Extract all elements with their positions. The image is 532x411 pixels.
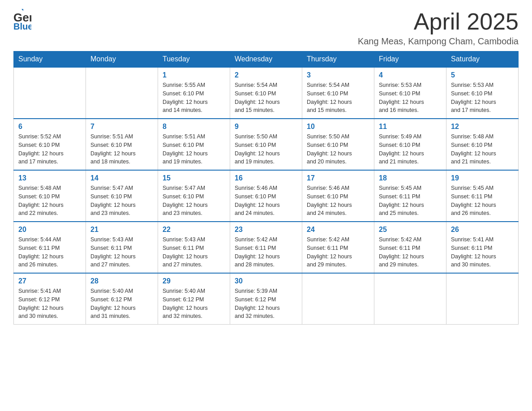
table-row: 23Sunrise: 5:42 AM Sunset: 6:11 PM Dayli… [230, 222, 302, 273]
month-year-title: April 2025 [358, 9, 519, 34]
day-info: Sunrise: 5:44 AM Sunset: 6:11 PM Dayligh… [18, 235, 81, 269]
day-info: Sunrise: 5:54 AM Sunset: 6:10 PM Dayligh… [235, 81, 297, 115]
day-number: 24 [307, 226, 369, 234]
day-number: 30 [235, 277, 297, 285]
table-row: 26Sunrise: 5:41 AM Sunset: 6:11 PM Dayli… [446, 222, 519, 273]
table-row: 28Sunrise: 5:40 AM Sunset: 6:12 PM Dayli… [86, 273, 158, 325]
day-info: Sunrise: 5:53 AM Sunset: 6:10 PM Dayligh… [379, 81, 442, 115]
table-row: 4Sunrise: 5:53 AM Sunset: 6:10 PM Daylig… [374, 67, 446, 119]
table-row: 29Sunrise: 5:40 AM Sunset: 6:12 PM Dayli… [158, 273, 230, 325]
day-info: Sunrise: 5:43 AM Sunset: 6:11 PM Dayligh… [163, 235, 225, 269]
table-row: 20Sunrise: 5:44 AM Sunset: 6:11 PM Dayli… [14, 222, 86, 273]
calendar-table: Sunday Monday Tuesday Wednesday Thursday… [13, 51, 519, 325]
day-number: 7 [90, 123, 153, 131]
calendar-week-4: 20Sunrise: 5:44 AM Sunset: 6:11 PM Dayli… [14, 222, 519, 273]
table-row: 5Sunrise: 5:53 AM Sunset: 6:10 PM Daylig… [446, 67, 519, 119]
table-row: 9Sunrise: 5:50 AM Sunset: 6:10 PM Daylig… [230, 119, 302, 170]
day-number: 5 [451, 71, 514, 79]
day-number: 4 [379, 71, 442, 79]
svg-text:Blue: Blue [13, 21, 31, 30]
day-number: 28 [90, 277, 153, 285]
day-info: Sunrise: 5:42 AM Sunset: 6:11 PM Dayligh… [307, 235, 369, 269]
calendar-week-3: 13Sunrise: 5:48 AM Sunset: 6:10 PM Dayli… [14, 170, 519, 222]
day-info: Sunrise: 5:51 AM Sunset: 6:10 PM Dayligh… [163, 133, 225, 166]
table-row: 19Sunrise: 5:45 AM Sunset: 6:11 PM Dayli… [446, 170, 519, 222]
table-row: 17Sunrise: 5:46 AM Sunset: 6:10 PM Dayli… [302, 170, 374, 222]
day-number: 15 [163, 174, 225, 182]
day-info: Sunrise: 5:53 AM Sunset: 6:10 PM Dayligh… [451, 81, 514, 115]
day-number: 27 [18, 277, 81, 285]
table-row [446, 273, 519, 325]
table-row: 21Sunrise: 5:43 AM Sunset: 6:11 PM Dayli… [86, 222, 158, 273]
table-row [86, 67, 158, 119]
day-info: Sunrise: 5:40 AM Sunset: 6:12 PM Dayligh… [163, 287, 225, 321]
day-info: Sunrise: 5:46 AM Sunset: 6:10 PM Dayligh… [307, 184, 369, 218]
table-row [14, 67, 86, 119]
col-monday: Monday [86, 51, 158, 68]
col-thursday: Thursday [302, 51, 374, 68]
title-block: April 2025 Kang Meas, Kampong Cham, Camb… [358, 9, 519, 47]
day-info: Sunrise: 5:41 AM Sunset: 6:12 PM Dayligh… [18, 287, 81, 321]
day-info: Sunrise: 5:45 AM Sunset: 6:11 PM Dayligh… [379, 184, 442, 218]
day-info: Sunrise: 5:50 AM Sunset: 6:10 PM Dayligh… [307, 133, 369, 166]
table-row: 15Sunrise: 5:47 AM Sunset: 6:10 PM Dayli… [158, 170, 230, 222]
col-wednesday: Wednesday [230, 51, 302, 68]
calendar-week-2: 6Sunrise: 5:52 AM Sunset: 6:10 PM Daylig… [14, 119, 519, 170]
table-row: 27Sunrise: 5:41 AM Sunset: 6:12 PM Dayli… [14, 273, 86, 325]
day-info: Sunrise: 5:49 AM Sunset: 6:10 PM Dayligh… [379, 133, 442, 166]
day-number: 25 [379, 226, 442, 234]
day-info: Sunrise: 5:39 AM Sunset: 6:12 PM Dayligh… [235, 287, 297, 321]
day-info: Sunrise: 5:48 AM Sunset: 6:10 PM Dayligh… [451, 133, 514, 166]
day-info: Sunrise: 5:48 AM Sunset: 6:10 PM Dayligh… [18, 184, 81, 218]
day-info: Sunrise: 5:54 AM Sunset: 6:10 PM Dayligh… [307, 81, 369, 115]
day-number: 26 [451, 226, 514, 234]
table-row: 16Sunrise: 5:46 AM Sunset: 6:10 PM Dayli… [230, 170, 302, 222]
calendar-header-row: Sunday Monday Tuesday Wednesday Thursday… [14, 51, 519, 68]
day-info: Sunrise: 5:46 AM Sunset: 6:10 PM Dayligh… [235, 184, 297, 218]
day-info: Sunrise: 5:47 AM Sunset: 6:10 PM Dayligh… [163, 184, 225, 218]
day-number: 19 [451, 174, 514, 182]
table-row: 7Sunrise: 5:51 AM Sunset: 6:10 PM Daylig… [86, 119, 158, 170]
day-number: 20 [18, 226, 81, 234]
table-row: 1Sunrise: 5:55 AM Sunset: 6:10 PM Daylig… [158, 67, 230, 119]
day-number: 11 [379, 123, 442, 131]
day-number: 22 [163, 226, 225, 234]
day-number: 21 [90, 226, 153, 234]
table-row: 12Sunrise: 5:48 AM Sunset: 6:10 PM Dayli… [446, 119, 519, 170]
day-number: 9 [235, 123, 297, 131]
table-row: 24Sunrise: 5:42 AM Sunset: 6:11 PM Dayli… [302, 222, 374, 273]
day-info: Sunrise: 5:55 AM Sunset: 6:10 PM Dayligh… [163, 81, 225, 115]
day-number: 13 [18, 174, 81, 182]
table-row: 25Sunrise: 5:42 AM Sunset: 6:11 PM Dayli… [374, 222, 446, 273]
table-row: 30Sunrise: 5:39 AM Sunset: 6:12 PM Dayli… [230, 273, 302, 325]
table-row [302, 273, 374, 325]
day-number: 10 [307, 123, 369, 131]
day-info: Sunrise: 5:40 AM Sunset: 6:12 PM Dayligh… [90, 287, 153, 321]
table-row: 14Sunrise: 5:47 AM Sunset: 6:10 PM Dayli… [86, 170, 158, 222]
table-row: 13Sunrise: 5:48 AM Sunset: 6:10 PM Dayli… [14, 170, 86, 222]
day-info: Sunrise: 5:43 AM Sunset: 6:11 PM Dayligh… [90, 235, 153, 269]
day-number: 23 [235, 226, 297, 234]
table-row: 8Sunrise: 5:51 AM Sunset: 6:10 PM Daylig… [158, 119, 230, 170]
day-number: 29 [163, 277, 225, 285]
day-number: 8 [163, 123, 225, 131]
page-header: General Blue April 2025 Kang Meas, Kampo… [13, 9, 519, 47]
col-saturday: Saturday [446, 51, 519, 68]
day-number: 3 [307, 71, 369, 79]
calendar-week-5: 27Sunrise: 5:41 AM Sunset: 6:12 PM Dayli… [14, 273, 519, 325]
table-row: 22Sunrise: 5:43 AM Sunset: 6:11 PM Dayli… [158, 222, 230, 273]
day-info: Sunrise: 5:42 AM Sunset: 6:11 PM Dayligh… [235, 235, 297, 269]
day-number: 14 [90, 174, 153, 182]
location-subtitle: Kang Meas, Kampong Cham, Cambodia [358, 36, 519, 47]
table-row: 3Sunrise: 5:54 AM Sunset: 6:10 PM Daylig… [302, 67, 374, 119]
day-number: 12 [451, 123, 514, 131]
day-number: 1 [163, 71, 225, 79]
day-info: Sunrise: 5:52 AM Sunset: 6:10 PM Dayligh… [18, 133, 81, 166]
day-info: Sunrise: 5:47 AM Sunset: 6:10 PM Dayligh… [90, 184, 153, 218]
day-info: Sunrise: 5:50 AM Sunset: 6:10 PM Dayligh… [235, 133, 297, 166]
day-info: Sunrise: 5:41 AM Sunset: 6:11 PM Dayligh… [451, 235, 514, 269]
col-sunday: Sunday [14, 51, 86, 68]
col-tuesday: Tuesday [158, 51, 230, 68]
table-row [374, 273, 446, 325]
table-row: 18Sunrise: 5:45 AM Sunset: 6:11 PM Dayli… [374, 170, 446, 222]
